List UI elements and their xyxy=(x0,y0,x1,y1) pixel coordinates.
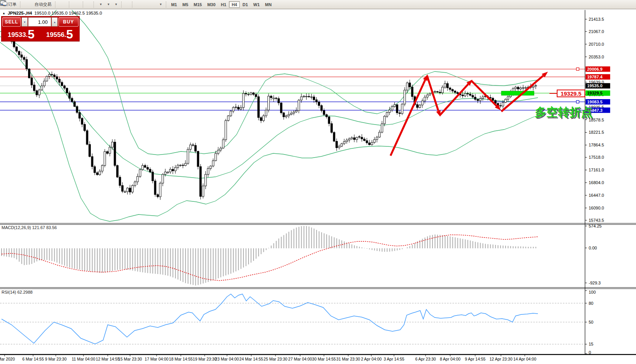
collapse-panel-icon[interactable]: ▲ xyxy=(2,12,5,15)
time-tick-label: 6 Mar 14:55 xyxy=(22,357,44,361)
time-tick-label: 9 Apr 14:55 xyxy=(465,357,486,361)
fibonacci-button[interactable]: F xyxy=(147,1,150,8)
volume-increase-button[interactable]: ▲ xyxy=(52,17,58,27)
templates-button[interactable]: ▼ xyxy=(112,1,119,8)
rsi-tick-label: 100 xyxy=(589,290,596,294)
price-tick-label: 21413.5 xyxy=(589,17,604,22)
toolbar-separator xyxy=(121,2,122,8)
line-handle-marker[interactable] xyxy=(576,100,579,103)
bid-price[interactable]: 19533.5 xyxy=(2,27,40,40)
timeframe-d1-button[interactable]: D1 xyxy=(240,1,250,8)
time-tick-label: 2 Apr 04:00 xyxy=(361,357,382,361)
price-tag-label[interactable]: 19329.5 xyxy=(557,90,585,97)
rsi-axis: 1008050150 xyxy=(585,290,596,355)
cursor-button[interactable] xyxy=(124,1,127,8)
time-tick-label: 19 Mar 23:30 xyxy=(193,357,217,361)
time-tick-label: 9 Mar 23:30 xyxy=(45,357,67,361)
time-tick-label: 12 Mar 14:55 xyxy=(96,357,120,361)
sell-button[interactable]: SELL xyxy=(2,17,21,27)
market-watch-button[interactable] xyxy=(23,1,26,8)
time-tick-label: 25 Mar 23:30 xyxy=(264,357,287,361)
price-tick-label: 15743.5 xyxy=(589,218,604,223)
chart-symbol-title: JPN225-,H4 xyxy=(8,11,32,15)
price-tag-connector xyxy=(549,93,557,94)
price-tick-label: 16447.0 xyxy=(589,193,604,198)
candlesticks xyxy=(11,40,537,200)
main-chart-panel[interactable] xyxy=(0,5,585,221)
turning-point-annotation[interactable]: 多空转折点 xyxy=(535,105,593,120)
toolbar-separator xyxy=(20,2,21,8)
rsi-label: RSI(14) 62.2988 xyxy=(2,290,33,294)
horizontal-line-button[interactable] xyxy=(138,1,141,8)
mt4-terminal: { "toolbar": { "new_order_label": "新订单",… xyxy=(0,0,636,364)
toolbar-separator xyxy=(132,2,133,8)
time-tick-label: 11 Mar 04:00 xyxy=(72,357,95,361)
auto-scroll-button[interactable] xyxy=(85,1,88,8)
timeframe-m1-button[interactable]: M1 xyxy=(169,1,180,8)
toolbar-separator xyxy=(166,2,167,8)
autotrading-button[interactable]: 自动交易 xyxy=(32,1,53,8)
rsi-tick-label: 0 xyxy=(589,350,591,355)
axis-badge: 19083.5 xyxy=(587,100,603,104)
line-handle-marker[interactable] xyxy=(576,68,579,70)
chart-shift-button[interactable] xyxy=(88,1,92,8)
macd-tick-label: -929.3 xyxy=(589,281,601,285)
rsi-panel[interactable] xyxy=(0,294,585,344)
candlestick-chart-button[interactable] xyxy=(61,1,64,8)
price-tick-label: 20710.0 xyxy=(589,42,604,47)
time-tick-label: 14 Apr 04:00 xyxy=(513,357,536,361)
timeframe-h4-button[interactable]: H4 xyxy=(229,1,240,8)
crosshair-button[interactable] xyxy=(127,1,130,8)
volume-input[interactable]: 1.00 xyxy=(28,17,51,27)
text-button[interactable]: A xyxy=(150,1,153,8)
macd-panel[interactable] xyxy=(2,226,538,286)
zoom-in-button[interactable] xyxy=(72,1,75,8)
timeframe-m30-button[interactable]: M30 xyxy=(205,1,218,8)
rsi-tick-label: 80 xyxy=(589,301,593,306)
toolbar: 新订单自动交易▼▼▼EFAT▼M1M5M15M30H1H4D1W1MN xyxy=(0,0,636,9)
timeframe-w1-button[interactable]: W1 xyxy=(250,1,262,8)
chevron-down-icon: ▼ xyxy=(115,3,118,6)
macd-label: MACD(12,26,9) 121.67 83.56 xyxy=(2,225,57,230)
trendline-button[interactable] xyxy=(141,1,144,8)
vertical-line-button[interactable] xyxy=(135,1,138,8)
buy-button[interactable]: BUY xyxy=(58,17,78,27)
support-highlight-bar[interactable] xyxy=(501,91,534,95)
zoom-out-button[interactable] xyxy=(75,1,78,8)
time-tick-label: 27 Mar 04:00 xyxy=(288,357,312,361)
timeframe-mn-button[interactable]: MN xyxy=(262,1,274,8)
bid-axis-badge: 19535.0 xyxy=(587,83,603,88)
time-tick-label: 3 Apr 14:55 xyxy=(384,357,404,361)
periods-button[interactable]: ▼ xyxy=(104,1,112,8)
time-tick-label: 24 Mar 14:55 xyxy=(239,357,263,361)
toolbar-separator xyxy=(55,2,56,8)
line-chart-button[interactable] xyxy=(64,1,67,8)
axis-badge: 19329.5 xyxy=(587,91,603,95)
timeframe-h1-button[interactable]: H1 xyxy=(218,1,229,8)
chevron-down-icon: ▼ xyxy=(107,3,110,6)
tile-windows-button[interactable] xyxy=(78,1,81,8)
search-button[interactable] xyxy=(591,1,594,8)
bar-chart-button[interactable] xyxy=(58,1,61,8)
ask-price[interactable]: 19556.5 xyxy=(41,27,78,40)
strategy-tester-button[interactable] xyxy=(29,1,32,8)
text-label-button[interactable]: T xyxy=(153,1,156,8)
arrows-button[interactable]: ▼ xyxy=(156,1,164,8)
price-tick-label: 20353.0 xyxy=(589,55,604,59)
equidistant-channel-button[interactable]: E xyxy=(144,1,147,8)
price-tick-label: 17518.0 xyxy=(589,155,604,160)
time-axis[interactable]: 5 Mar 20206 Mar 14:559 Mar 23:3011 Mar 0… xyxy=(0,355,536,361)
price-tick-label: 16804.0 xyxy=(589,180,604,185)
timeframe-m15-button[interactable]: M15 xyxy=(191,1,204,8)
timeframe-m5-button[interactable]: M5 xyxy=(180,1,191,8)
chart-canvas[interactable]: 21413.521067.020710.020353.019639.019292… xyxy=(0,0,636,364)
time-tick-label: 6 Apr 23:30 xyxy=(415,357,436,361)
terminal-button[interactable] xyxy=(26,1,29,8)
chevron-down-icon: ▼ xyxy=(99,3,102,6)
chat-button[interactable] xyxy=(598,1,601,8)
time-tick-label: 18 Mar 14:55 xyxy=(169,357,193,361)
volume-decrease-button[interactable]: ▼ xyxy=(22,17,28,27)
indicators-button[interactable]: ▼ xyxy=(96,1,104,8)
rsi-tick-label: 15 xyxy=(589,342,593,346)
time-tick-label: 15 Mar 23:30 xyxy=(118,357,142,361)
